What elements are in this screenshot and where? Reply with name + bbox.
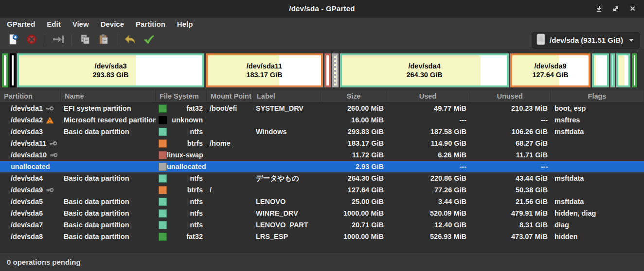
column-header-label: Label: [253, 90, 321, 102]
table-row[interactable]: /dev/sda1 EFI system partition fat32 /bo…: [0, 102, 644, 114]
partition-size: 1000.00 MiB: [321, 209, 387, 217]
key-icon: [50, 152, 58, 158]
undo-button[interactable]: [121, 33, 140, 48]
partition-bar-label: /dev/sda11183.17 GiB: [208, 55, 321, 85]
table-row[interactable]: /dev/sda2 Microsoft reserved partition u…: [0, 114, 644, 126]
window-title: /dev/sda - GParted: [0, 4, 644, 13]
menu-device[interactable]: Device: [95, 18, 130, 30]
disk-bar-partition[interactable]: [10, 53, 16, 87]
new-partition-button[interactable]: [4, 33, 22, 48]
partition-used: 187.58 GiB: [387, 128, 469, 136]
disk-bar-partition[interactable]: [2, 53, 8, 87]
copy-button[interactable]: [76, 33, 94, 48]
filesystem-color-swatch: [159, 116, 167, 124]
paste-button[interactable]: [94, 33, 113, 48]
filesystem-type: unallocated: [167, 163, 207, 170]
partition-label-name: Basic data partition: [61, 128, 156, 136]
menu-view[interactable]: View: [67, 18, 95, 30]
new-partition-icon: [7, 34, 19, 47]
minimize-button[interactable]: [594, 4, 604, 14]
partition-used: 520.09 MiB: [387, 209, 469, 217]
disk-bar-partition[interactable]: [592, 53, 609, 87]
partition-name: /dev/sda3: [11, 128, 43, 136]
partition-size: 260.00 MiB: [321, 104, 387, 112]
partition-label-name: Basic data partition: [61, 198, 156, 205]
title-bar: /dev/sda - GParted: [0, 0, 644, 17]
partition-used: 114.90 GiB: [387, 139, 469, 147]
close-button[interactable]: [627, 4, 637, 14]
partition-flags: hidden: [551, 233, 644, 240]
volume-label: SYSTEM_DRV: [253, 104, 321, 112]
disk-bar-partition[interactable]: [616, 53, 630, 87]
partition-size: 16.00 MiB: [321, 116, 387, 124]
disk-bar-partition[interactable]: /dev/sda9127.64 GiB: [510, 53, 590, 87]
maximize-button[interactable]: [611, 4, 621, 14]
table-row[interactable]: /dev/sda10 linux-swap 11.72 GiB 6.26 MiB…: [0, 149, 644, 161]
partition-used: 220.86 GiB: [387, 174, 469, 182]
filesystem-type: unknown: [172, 116, 204, 124]
status-bar: 0 operations pending: [0, 253, 644, 271]
filesystem-color-swatch: [159, 128, 167, 136]
filesystem-color-swatch: [159, 221, 167, 229]
drive-icon: [536, 34, 546, 47]
disk-bar-partition[interactable]: [632, 53, 637, 87]
partition-usage-fill: [12, 55, 14, 85]
partition-name: /dev/sda5: [11, 198, 43, 205]
table-row[interactable]: /dev/sda9 btrfs / 127.64 GiB 77.26 GiB 5…: [0, 184, 644, 196]
partition-unused: 479.91 MiB: [469, 209, 551, 217]
table-row[interactable]: /dev/sda5 Basic data partition ntfs LENO…: [0, 196, 644, 207]
partition-label-name: Basic data partition: [61, 233, 156, 240]
partition-unused: 50.38 GiB: [469, 186, 551, 194]
partition-size: 20.71 GiB: [321, 221, 387, 229]
warning-icon: [46, 117, 54, 124]
partition-unused: 11.71 GiB: [469, 151, 551, 159]
partition-name: /dev/sda1: [11, 104, 43, 112]
column-header-name: Name: [61, 90, 156, 102]
partition-bar-label: /dev/sda4264.30 GiB: [342, 55, 507, 85]
partition-unused: 43.44 GiB: [469, 174, 551, 182]
resize-move-icon: [52, 34, 65, 46]
table-row[interactable]: /dev/sda6 Basic data partition ntfs WINR…: [0, 207, 644, 219]
partition-flags: msftdata: [551, 128, 644, 136]
menu-edit[interactable]: Edit: [41, 18, 66, 30]
table-row[interactable]: /dev/sda11 btrfs /home 183.17 GiB 114.90…: [0, 137, 644, 149]
table-row[interactable]: /dev/sda4 Basic data partition ntfs データや…: [0, 172, 644, 184]
table-row[interactable]: unallocated unallocated 2.93 GiB --- ---: [0, 161, 644, 172]
filesystem-type: linux-swap: [167, 151, 204, 159]
disk-bar-partition[interactable]: /dev/sda3293.83 GiB: [17, 53, 204, 87]
partition-size: 11.72 GiB: [321, 151, 387, 159]
column-header-filesystem: File System: [156, 90, 207, 102]
disk-bar-partition[interactable]: [332, 53, 339, 87]
partition-usage-fill: [334, 55, 337, 85]
table-row[interactable]: /dev/sda8 Basic data partition fat32 LRS…: [0, 231, 644, 242]
menu-partition[interactable]: Partition: [130, 18, 171, 30]
resize-move-button[interactable]: [49, 33, 68, 48]
volume-label: LENOVO_PART: [253, 221, 321, 229]
volume-label: LRS_ESP: [253, 233, 321, 240]
column-header-used: Used: [387, 90, 469, 102]
partition-unused: 21.56 GiB: [469, 198, 551, 205]
disk-bar-partition[interactable]: /dev/sda11183.17 GiB: [206, 53, 323, 87]
volume-label: データやもの: [253, 174, 321, 183]
volume-label: WINRE_DRV: [253, 209, 321, 217]
disk-bar: /dev/sda3293.83 GiB /dev/sda11183.17 GiB…: [0, 50, 644, 90]
partition-flags: msftdata: [551, 174, 644, 182]
delete-partition-button[interactable]: [22, 33, 41, 48]
table-row[interactable]: /dev/sda3 Basic data partition ntfs Wind…: [0, 126, 644, 137]
partition-usage-fill: [618, 55, 628, 85]
partition-usage-fill: [326, 55, 329, 85]
table-row[interactable]: /dev/sda7 Basic data partition ntfs LENO…: [0, 219, 644, 231]
partition-table: Partition Name File System Mount Point L…: [0, 90, 644, 253]
partition-size: 293.83 GiB: [321, 128, 387, 136]
disk-bar-partition[interactable]: /dev/sda4264.30 GiB: [340, 53, 509, 87]
device-selector[interactable]: /dev/sda (931.51 GiB): [532, 32, 640, 49]
apply-button[interactable]: [140, 33, 158, 48]
menu-gparted[interactable]: GParted: [1, 18, 41, 30]
maximize-icon: [612, 5, 619, 12]
key-icon: [46, 106, 54, 111]
disk-bar-partition[interactable]: [324, 53, 331, 87]
disk-bar-partition[interactable]: [610, 53, 615, 87]
close-icon: [629, 5, 636, 12]
menu-help[interactable]: Help: [171, 18, 199, 30]
undo-icon: [124, 34, 137, 46]
